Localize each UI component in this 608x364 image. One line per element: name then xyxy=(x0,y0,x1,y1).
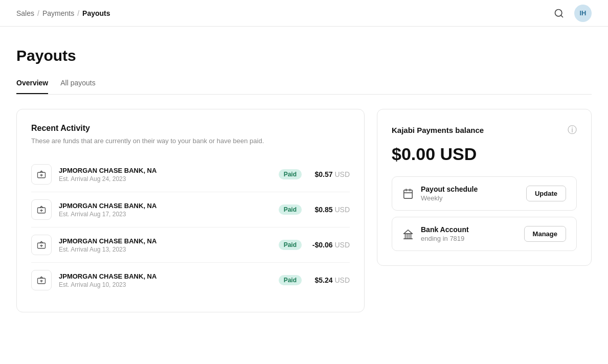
bank-name-3: JPMORGAN CHASE BANK, NA xyxy=(59,237,272,245)
right-column: Kajabi Payments balance ⓘ $0.00 USD Payo… xyxy=(377,109,592,312)
bank-name-2: JPMORGAN CHASE BANK, NA xyxy=(59,202,272,210)
content-grid: Recent Activity These are funds that are… xyxy=(16,109,592,312)
table-row: JPMORGAN CHASE BANK, NA Est. Arrival Aug… xyxy=(31,263,350,298)
svg-rect-14 xyxy=(404,190,413,198)
status-badge-3: Paid xyxy=(279,240,302,250)
arrival-date-1: Est. Arrival Aug 24, 2023 xyxy=(59,175,272,183)
table-row: JPMORGAN CHASE BANK, NA Est. Arrival Aug… xyxy=(31,192,350,228)
bank-account-info: Bank Account ending in 7819 xyxy=(421,225,469,242)
status-badge-4: Paid xyxy=(279,275,302,285)
arrival-date-4: Est. Arrival Aug 10, 2023 xyxy=(59,281,272,288)
update-button[interactable]: Update xyxy=(526,186,566,201)
table-row: JPMORGAN CHASE BANK, NA Est. Arrival Aug… xyxy=(31,228,350,263)
search-icon xyxy=(554,8,564,18)
svg-line-1 xyxy=(561,15,563,17)
balance-title: Kajabi Payments balance xyxy=(392,126,484,134)
amount-1: $0.57 USD xyxy=(309,170,350,178)
bank-account-label: Bank Account xyxy=(421,225,469,234)
recent-activity-title: Recent Activity xyxy=(31,124,350,133)
breadcrumb: Sales / Payments / Payouts xyxy=(16,9,110,17)
activity-right-1: Paid $0.57 USD xyxy=(279,169,350,179)
status-badge-2: Paid xyxy=(279,204,302,215)
main-content: Payouts Overview All payouts Recent Acti… xyxy=(0,27,608,329)
payout-schedule-value: Weekly xyxy=(421,194,478,202)
activity-right-2: Paid $0.85 USD xyxy=(279,204,350,215)
status-badge-1: Paid xyxy=(279,169,302,179)
activity-info-4: JPMORGAN CHASE BANK, NA Est. Arrival Aug… xyxy=(59,272,272,288)
balance-header: Kajabi Payments balance ⓘ xyxy=(392,124,577,136)
amount-3: -$0.06 USD xyxy=(309,241,350,249)
calendar-icon xyxy=(402,188,414,199)
avatar[interactable]: IH xyxy=(574,5,592,22)
table-row: JPMORGAN CHASE BANK, NA Est. Arrival Aug… xyxy=(31,157,350,192)
info-icon[interactable]: ⓘ xyxy=(568,124,577,136)
top-bar-actions: IH xyxy=(552,5,592,22)
breadcrumb-sep-2: / xyxy=(77,9,79,17)
bank-icon-4 xyxy=(31,270,52,290)
tabs: Overview All payouts xyxy=(16,75,592,95)
payout-schedule-card: Payout schedule Weekly Update xyxy=(392,176,577,211)
balance-card: Kajabi Payments balance ⓘ $0.00 USD Payo… xyxy=(377,109,592,266)
activity-right-4: Paid $5.24 USD xyxy=(279,275,350,285)
bank-account-card: Bank Account ending in 7819 Manage xyxy=(392,217,577,251)
manage-button[interactable]: Manage xyxy=(524,226,566,242)
balance-amount: $0.00 USD xyxy=(392,144,577,164)
breadcrumb-sep-1: / xyxy=(37,9,39,17)
breadcrumb-sales[interactable]: Sales xyxy=(16,9,34,17)
top-bar: Sales / Payments / Payouts IH xyxy=(0,0,608,27)
activity-info-1: JPMORGAN CHASE BANK, NA Est. Arrival Aug… xyxy=(59,167,272,183)
bank-account-left: Bank Account ending in 7819 xyxy=(402,225,469,242)
recent-activity-card: Recent Activity These are funds that are… xyxy=(16,109,365,312)
bank-icon-2 xyxy=(31,199,52,220)
tab-overview[interactable]: Overview xyxy=(16,75,48,94)
amount-4: $5.24 USD xyxy=(309,276,350,284)
payout-schedule-info: Payout schedule Weekly xyxy=(421,185,478,202)
tab-all-payouts[interactable]: All payouts xyxy=(60,75,95,94)
payout-schedule-left: Payout schedule Weekly xyxy=(402,185,478,202)
breadcrumb-payouts: Payouts xyxy=(82,9,110,17)
activity-right-3: Paid -$0.06 USD xyxy=(279,240,350,250)
bank-building-icon xyxy=(402,229,414,240)
activity-info-3: JPMORGAN CHASE BANK, NA Est. Arrival Aug… xyxy=(59,237,272,253)
amount-2: $0.85 USD xyxy=(309,206,350,214)
arrival-date-3: Est. Arrival Aug 13, 2023 xyxy=(59,246,272,253)
bank-icon-1 xyxy=(31,164,52,185)
bank-name-1: JPMORGAN CHASE BANK, NA xyxy=(59,167,272,174)
arrival-date-2: Est. Arrival Aug 17, 2023 xyxy=(59,211,272,218)
payout-schedule-label: Payout schedule xyxy=(421,185,478,193)
page-title: Payouts xyxy=(16,47,592,64)
activity-info-2: JPMORGAN CHASE BANK, NA Est. Arrival Aug… xyxy=(59,202,272,218)
search-button[interactable] xyxy=(552,6,566,20)
activity-list: JPMORGAN CHASE BANK, NA Est. Arrival Aug… xyxy=(31,157,350,298)
bank-name-4: JPMORGAN CHASE BANK, NA xyxy=(59,272,272,280)
recent-activity-subtitle: These are funds that are currently on th… xyxy=(31,137,350,145)
bank-account-value: ending in 7819 xyxy=(421,235,469,242)
bank-icon-3 xyxy=(31,235,52,255)
breadcrumb-payments[interactable]: Payments xyxy=(42,9,74,17)
